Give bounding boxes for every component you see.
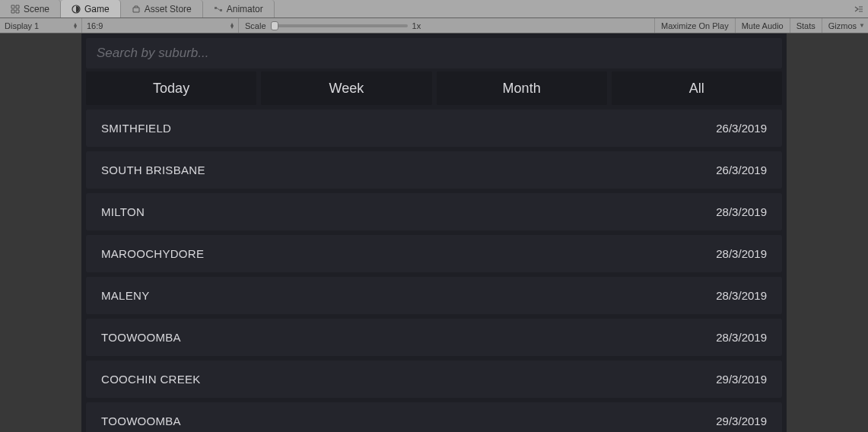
animator-icon (214, 5, 223, 14)
item-date: 28/3/2019 (716, 205, 767, 218)
display-dropdown[interactable]: Display 1 ▴▾ (0, 18, 82, 33)
dropdown-arrows-icon: ▴▾ (231, 23, 234, 29)
mute-label: Mute Audio (742, 21, 784, 30)
scale-section: Scale 1x (239, 18, 421, 33)
filter-week-button[interactable]: Week (261, 71, 431, 105)
mute-audio-button[interactable]: Mute Audio (735, 18, 790, 33)
game-toolbar: Display 1 ▴▾ 16:9 ▴▾ Scale 1x Maximize O… (0, 18, 868, 33)
item-date: 28/3/2019 (716, 331, 767, 344)
tab-label: Scene (24, 4, 49, 14)
list-item[interactable]: MAROOCHYDORE 28/3/2019 (86, 235, 782, 272)
list-item[interactable]: SMITHFIELD 26/3/2019 (86, 110, 782, 147)
editor-tab-bar: Scene Game Asset Store Animator (0, 0, 868, 18)
filter-row: Today Week Month All (86, 71, 782, 105)
suburb-name: TOOWOOMBA (101, 331, 181, 344)
results-list: SMITHFIELD 26/3/2019 SOUTH BRISBANE 26/3… (86, 110, 782, 432)
filter-all-button[interactable]: All (612, 71, 782, 105)
maximize-label: Maximize On Play (661, 21, 729, 30)
stats-button[interactable]: Stats (790, 18, 822, 33)
scale-label: Scale (245, 21, 266, 30)
display-label: Display 1 (5, 21, 39, 30)
gizmos-label: Gizmos (828, 21, 857, 30)
suburb-name: SMITHFIELD (101, 122, 171, 135)
tab-label: Game (84, 4, 110, 14)
search-input[interactable]: Search by suburb... (86, 38, 782, 68)
asset-store-icon (132, 5, 141, 14)
tab-label: Animator (227, 4, 263, 14)
tab-game[interactable]: Game (61, 0, 121, 17)
list-item[interactable]: SOUTH BRISBANE 26/3/2019 (86, 151, 782, 189)
aspect-dropdown[interactable]: 16:9 ▴▾ (82, 18, 239, 33)
list-item[interactable]: MALENY 28/3/2019 (86, 277, 782, 314)
list-item[interactable]: TOOWOOMBA 28/3/2019 (86, 319, 782, 356)
list-item[interactable]: COOCHIN CREEK 29/3/2019 (86, 361, 782, 398)
scale-value: 1x (412, 21, 421, 30)
app-frame: Search by suburb... Today Week Month All… (81, 33, 787, 432)
item-date: 26/3/2019 (716, 122, 767, 135)
scale-slider[interactable] (271, 24, 408, 27)
item-date: 29/3/2019 (716, 373, 767, 386)
filter-label: Week (329, 81, 364, 97)
suburb-name: COOCHIN CREEK (101, 373, 201, 386)
suburb-name: SOUTH BRISBANE (101, 164, 205, 176)
game-viewport: Search by suburb... Today Week Month All… (0, 33, 868, 432)
filter-label: All (689, 81, 704, 97)
suburb-name: MILTON (101, 205, 145, 218)
item-date: 28/3/2019 (716, 289, 767, 302)
suburb-name: MAROOCHYDORE (101, 247, 204, 260)
tab-bar-menu-icon[interactable] (853, 0, 868, 17)
maximize-on-play-button[interactable]: Maximize On Play (654, 18, 735, 33)
dropdown-arrows-icon: ▴▾ (74, 23, 77, 29)
tab-asset-store[interactable]: Asset Store (121, 0, 203, 17)
item-date: 29/3/2019 (716, 415, 767, 427)
stats-label: Stats (796, 21, 816, 30)
suburb-name: TOOWOOMBA (101, 415, 181, 427)
gizmos-dropdown[interactable]: Gizmos ▼ (822, 18, 868, 33)
item-date: 28/3/2019 (716, 247, 767, 260)
tab-scene[interactable]: Scene (0, 0, 61, 17)
filter-label: Today (153, 81, 189, 97)
filter-label: Month (503, 81, 541, 97)
svg-rect-2 (220, 9, 222, 11)
scale-slider-thumb[interactable] (271, 21, 278, 30)
filter-month-button[interactable]: Month (437, 71, 607, 105)
aspect-label: 16:9 (87, 21, 103, 30)
scene-icon (11, 5, 20, 14)
tab-label: Asset Store (145, 4, 192, 14)
tab-animator[interactable]: Animator (203, 0, 275, 17)
list-item[interactable]: TOOWOOMBA 29/3/2019 (86, 402, 782, 432)
search-placeholder: Search by suburb... (97, 46, 208, 61)
suburb-name: MALENY (101, 289, 150, 302)
game-icon (72, 5, 81, 14)
item-date: 26/3/2019 (716, 164, 767, 176)
dropdown-arrow-icon: ▼ (859, 22, 865, 29)
svg-rect-1 (215, 7, 217, 9)
filter-today-button[interactable]: Today (86, 71, 256, 105)
list-item[interactable]: MILTON 28/3/2019 (86, 193, 782, 230)
